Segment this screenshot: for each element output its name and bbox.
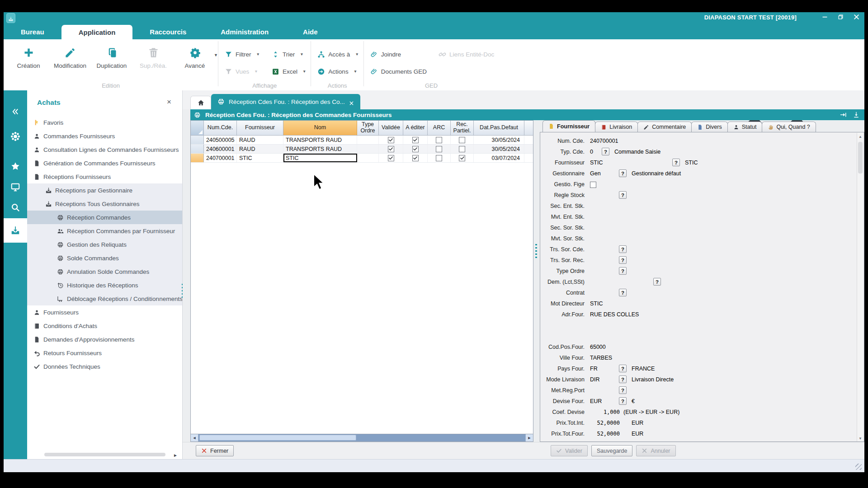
chevron-down-icon[interactable]: ▼	[355, 52, 359, 56]
ribbon-button-filtrer[interactable]: Filtrer▼	[225, 47, 260, 61]
column-header-num-cde-[interactable]: Num.Cde.	[204, 121, 237, 136]
rail-item-collapse[interactable]	[4, 102, 27, 122]
sidebar-item-gestion-des-reliquats[interactable]: Gestion des Reliquats	[27, 238, 182, 251]
sauvegarde-button[interactable]: Sauvegarde	[591, 445, 632, 456]
table-row[interactable]: 240600001RAUDTRANSPORTS RAUD30/05/2024	[191, 145, 533, 154]
menu-tab-aide[interactable]: Aide	[286, 24, 335, 39]
column-header-rec-[interactable]: Rec.Partiel.	[451, 121, 474, 136]
checkbox-unchecked[interactable]	[436, 137, 442, 143]
cell-validee[interactable]	[379, 145, 403, 153]
ribbon-button-trier[interactable]: Trier▼	[272, 47, 306, 61]
sidebar-item-reception-commandes[interactable]: Réception Commandes	[27, 211, 182, 224]
checkbox-unchecked[interactable]	[436, 155, 442, 161]
lookup-help-button[interactable]: ?	[619, 365, 627, 372]
lookup-help-button[interactable]: ?	[619, 169, 627, 177]
cell-date[interactable]: 30/05/2024	[474, 136, 524, 144]
sidebar-item-favoris[interactable]: Favoris	[27, 116, 182, 129]
cell-type_ordre[interactable]	[357, 154, 379, 162]
checkbox-checked[interactable]	[388, 155, 394, 161]
ribbon-button-acc-s-[interactable]: Accès à▼	[317, 47, 359, 61]
pin-right-icon[interactable]	[840, 111, 847, 118]
checkbox-unchecked[interactable]	[436, 146, 442, 152]
cell-num[interactable]: 240700001	[204, 154, 237, 162]
panel-splitter[interactable]	[535, 244, 537, 259]
lookup-help-button[interactable]: ?	[619, 375, 627, 383]
detail-tab-fournisseur[interactable]: Fournisseur	[542, 120, 595, 132]
checkbox-unchecked[interactable]	[459, 146, 465, 152]
cell-type_ordre[interactable]	[357, 136, 379, 144]
table-row[interactable]: 240700001STICSTIC03/07/2024	[191, 154, 533, 163]
sidebar-item-generation-de-commandes-fournisseurs[interactable]: Génération de Commandes Fournisseurs	[27, 156, 182, 170]
scroll-left-icon[interactable]: ◄	[191, 434, 198, 441]
lookup-help-button[interactable]: ?	[619, 256, 627, 264]
sidebar-scroll-right-icon[interactable]: ►	[173, 453, 178, 458]
lookup-help-button[interactable]: ?	[619, 245, 627, 253]
sidebar-item-consultation-lignes-de-commandes-fournisseurs[interactable]: Consultation Lignes de Commandes Fournis…	[27, 143, 182, 156]
sidebar-close-icon[interactable]: ×	[167, 98, 171, 107]
cell-a_editer[interactable]	[403, 136, 428, 144]
fermer-button[interactable]: Fermer	[196, 445, 234, 456]
scroll-thumb[interactable]	[199, 435, 356, 441]
cell-fournisseur[interactable]: STIC	[237, 154, 283, 162]
chevron-down-icon[interactable]: ▼	[302, 69, 306, 74]
export-icon[interactable]	[853, 111, 860, 118]
sidebar-item-demandes-d-approvisionnements[interactable]: Demandes d'Approvisionnements	[27, 333, 182, 346]
cell-num[interactable]: 240500005	[204, 136, 237, 144]
chevron-down-icon[interactable]: ▼	[354, 69, 357, 74]
cell-fournisseur[interactable]: RAUD	[237, 136, 283, 144]
detail-tab-divers[interactable]: Divers	[691, 122, 727, 132]
cell-validee[interactable]	[379, 154, 403, 162]
menu-tab-application[interactable]: Application	[61, 25, 133, 39]
cell-nom[interactable]: STIC	[283, 154, 357, 162]
cell-arc[interactable]	[428, 145, 451, 153]
sidebar-item-retours-fournisseurs[interactable]: Retours Fournisseurs	[27, 346, 182, 360]
checkbox-unchecked[interactable]	[459, 137, 465, 143]
sidebar-item-donnees-techniques[interactable]: Données Techniques	[27, 360, 182, 373]
cell-a_editer[interactable]	[403, 154, 428, 162]
rail-item-modules[interactable]	[4, 127, 27, 146]
checkbox-checked[interactable]	[388, 137, 394, 143]
chevron-down-icon[interactable]: ▼	[214, 53, 218, 57]
ribbon-button-duplication[interactable]: Duplication	[93, 43, 130, 69]
ribbon-button-avanc-[interactable]: Avancé▼	[176, 43, 213, 69]
select-all-corner[interactable]	[191, 121, 204, 136]
scroll-thumb[interactable]	[858, 142, 863, 174]
sidebar-item-reception-commandes-par-fournisseur[interactable]: Réception Commandes par Fournisseur	[27, 224, 182, 238]
sidebar-item-receptions-fournisseurs[interactable]: Réceptions Fournisseurs	[27, 170, 182, 183]
cell-date[interactable]: 30/05/2024	[474, 145, 524, 153]
lookup-help-button[interactable]: ?	[672, 159, 680, 166]
cell-type_ordre[interactable]	[357, 145, 379, 153]
checkbox-checked[interactable]	[412, 137, 419, 143]
sidebar-item-receptions-par-gestionnaire[interactable]: Réceptions par Gestionnaire	[27, 183, 182, 197]
checkbox-checked[interactable]	[412, 155, 419, 161]
checkbox-checked[interactable]	[388, 146, 394, 152]
tab-close-icon[interactable]	[349, 99, 354, 104]
cell-fournisseur[interactable]: RAUD	[237, 145, 283, 153]
sidebar-scrollbar[interactable]	[44, 453, 165, 456]
column-header-valid-e[interactable]: Validée	[379, 121, 403, 136]
sidebar-item-historique-des-receptions[interactable]: Historique des Réceptions	[27, 278, 182, 292]
column-header-type[interactable]: TypeOrdre	[357, 121, 379, 136]
detail-scrollbar[interactable]: ▲ ▼	[857, 133, 863, 442]
column-header-nom[interactable]: Nom	[283, 121, 357, 136]
column-header-a-diter[interactable]: A éditer	[403, 121, 428, 136]
checkbox-checked[interactable]	[412, 146, 419, 152]
cell-rec_partiel[interactable]	[451, 154, 474, 162]
lookup-help-button[interactable]: ?	[602, 148, 609, 155]
cell-date[interactable]: 03/07/2024	[474, 154, 524, 162]
ribbon-button-excel[interactable]: Excel▼	[272, 65, 306, 78]
cell-a_editer[interactable]	[403, 145, 428, 153]
detail-tab-commentaire[interactable]: Commentaire	[637, 122, 692, 132]
ribbon-button-cr-ation[interactable]: Création	[10, 43, 47, 69]
lookup-help-button[interactable]: ?	[619, 289, 627, 296]
chevron-down-icon[interactable]: ▼	[254, 69, 258, 74]
lookup-help-button[interactable]: ?	[619, 386, 627, 394]
cell-rec_partiel[interactable]	[451, 136, 474, 144]
cell-num[interactable]: 240600001	[204, 145, 237, 153]
cell-arc[interactable]	[428, 154, 451, 162]
cell-nom[interactable]: TRANSPORTS RAUD	[283, 145, 357, 153]
rail-item-receptions[interactable]	[4, 218, 27, 243]
lookup-help-button[interactable]: ?	[653, 278, 661, 286]
sidebar-item-conditions-d-achats[interactable]: Conditions d'Achats	[27, 319, 182, 333]
scroll-track[interactable]	[198, 434, 525, 441]
